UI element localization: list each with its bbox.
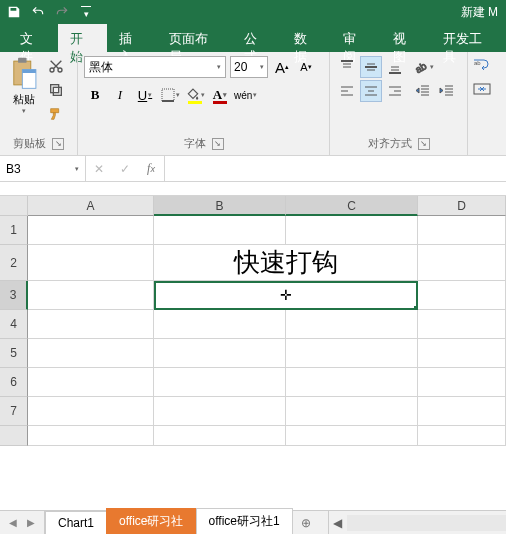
- align-top-button[interactable]: [336, 56, 358, 78]
- name-box[interactable]: B3 ▾: [0, 156, 86, 181]
- save-button[interactable]: [4, 2, 24, 22]
- cancel-edit-button[interactable]: ✕: [86, 156, 112, 181]
- cell-B7[interactable]: [154, 397, 286, 426]
- align-middle-button[interactable]: [360, 56, 382, 78]
- orientation-button[interactable]: ab▾: [412, 56, 434, 78]
- cell-A6[interactable]: [28, 368, 154, 397]
- cell-B1[interactable]: [154, 216, 286, 245]
- align-right-button[interactable]: [384, 80, 406, 102]
- cell-C5[interactable]: [286, 339, 418, 368]
- decrease-indent-button[interactable]: [412, 80, 434, 102]
- font-size-combo[interactable]: 20▾: [230, 56, 268, 78]
- row-header-7[interactable]: 7: [0, 397, 28, 426]
- underline-button[interactable]: U▾: [134, 84, 156, 106]
- row-header-3[interactable]: 3: [0, 281, 28, 310]
- cut-button[interactable]: [46, 56, 66, 76]
- cell-B3-merged[interactable]: ✛: [154, 281, 418, 310]
- row-header-6[interactable]: 6: [0, 368, 28, 397]
- italic-button[interactable]: I: [109, 84, 131, 106]
- tab-view[interactable]: 视图: [381, 24, 431, 52]
- cell-B6[interactable]: [154, 368, 286, 397]
- formula-input[interactable]: [165, 156, 506, 181]
- paste-button[interactable]: 粘贴 ▾: [6, 56, 42, 115]
- copy-button[interactable]: [46, 80, 66, 100]
- cell-C4[interactable]: [286, 310, 418, 339]
- increase-indent-button[interactable]: [436, 80, 458, 102]
- cell-D3[interactable]: [418, 281, 506, 310]
- col-header-A[interactable]: A: [28, 196, 154, 216]
- cell-A8[interactable]: [28, 426, 154, 446]
- insert-function-button[interactable]: fx: [138, 156, 164, 181]
- cell-D5[interactable]: [418, 339, 506, 368]
- new-sheet-button[interactable]: ⊕: [292, 511, 320, 534]
- worksheet-grid[interactable]: A B C D 1 2 快速打钩 3 ✛ 4: [0, 196, 506, 446]
- tab-home[interactable]: 开始: [58, 24, 108, 52]
- tab-insert[interactable]: 插入: [107, 24, 157, 52]
- align-left-button[interactable]: [336, 80, 358, 102]
- sheet-tab-chart1[interactable]: Chart1: [45, 511, 107, 534]
- cell-D4[interactable]: [418, 310, 506, 339]
- row-header-8-partial[interactable]: [0, 426, 28, 446]
- cell-C1[interactable]: [286, 216, 418, 245]
- font-color-button[interactable]: A▾: [209, 84, 231, 106]
- cell-D1[interactable]: [418, 216, 506, 245]
- font-name-combo[interactable]: 黑体▾: [84, 56, 226, 78]
- cell-C8[interactable]: [286, 426, 418, 446]
- phonetic-guide-button[interactable]: wén▾: [234, 84, 257, 106]
- format-painter-button[interactable]: [46, 104, 66, 124]
- wrap-text-button[interactable]: ab: [472, 56, 492, 74]
- font-dialog-launcher[interactable]: ↘: [212, 138, 224, 150]
- grow-font-button[interactable]: A▴: [272, 56, 292, 78]
- cell-A2[interactable]: [28, 245, 154, 281]
- cell-A3[interactable]: [28, 281, 154, 310]
- alignment-dialog-launcher[interactable]: ↘: [418, 138, 430, 150]
- cell-D8[interactable]: [418, 426, 506, 446]
- tab-file[interactable]: 文件: [8, 24, 58, 52]
- cell-D7[interactable]: [418, 397, 506, 426]
- col-header-D[interactable]: D: [418, 196, 506, 216]
- align-bottom-button[interactable]: [384, 56, 406, 78]
- row-header-2[interactable]: 2: [0, 245, 28, 281]
- horizontal-scrollbar[interactable]: ◀: [328, 511, 506, 534]
- tab-developer[interactable]: 开发工具: [431, 24, 506, 52]
- tab-review[interactable]: 审阅: [331, 24, 381, 52]
- cell-C6[interactable]: [286, 368, 418, 397]
- hscroll-left[interactable]: ◀: [329, 514, 347, 532]
- bold-button[interactable]: B: [84, 84, 106, 106]
- cell-C7[interactable]: [286, 397, 418, 426]
- undo-button[interactable]: [28, 2, 48, 22]
- cell-B2-merged[interactable]: 快速打钩: [154, 245, 418, 281]
- qat-customize-button[interactable]: ▾: [76, 2, 96, 22]
- cell-B8[interactable]: [154, 426, 286, 446]
- sheet-tab-office1[interactable]: office研习社1: [196, 508, 293, 534]
- tab-page-layout[interactable]: 页面布局: [157, 24, 232, 52]
- cell-A5[interactable]: [28, 339, 154, 368]
- cell-A7[interactable]: [28, 397, 154, 426]
- tab-formulas[interactable]: 公式: [232, 24, 282, 52]
- cell-D2[interactable]: [418, 245, 506, 281]
- select-all-corner[interactable]: [0, 196, 28, 216]
- row-header-5[interactable]: 5: [0, 339, 28, 368]
- sheet-nav-next[interactable]: ▶: [24, 516, 38, 530]
- merge-center-button[interactable]: [472, 80, 492, 98]
- tab-data[interactable]: 数据: [282, 24, 332, 52]
- cell-A1[interactable]: [28, 216, 154, 245]
- sheet-tab-active[interactable]: office研习社: [106, 508, 196, 534]
- sheet-nav-prev[interactable]: ◀: [6, 516, 20, 530]
- col-header-B[interactable]: B: [154, 196, 286, 216]
- row-header-4[interactable]: 4: [0, 310, 28, 339]
- confirm-edit-button[interactable]: ✓: [112, 156, 138, 181]
- hscroll-track[interactable]: [347, 515, 506, 531]
- border-button[interactable]: ▾: [159, 84, 181, 106]
- redo-button[interactable]: [52, 2, 72, 22]
- cell-D6[interactable]: [418, 368, 506, 397]
- align-center-button[interactable]: [360, 80, 382, 102]
- clipboard-dialog-launcher[interactable]: ↘: [52, 138, 64, 150]
- fill-color-button[interactable]: ▾: [184, 84, 206, 106]
- shrink-font-button[interactable]: A▾: [296, 56, 316, 78]
- cell-A4[interactable]: [28, 310, 154, 339]
- col-header-C[interactable]: C: [286, 196, 418, 216]
- row-header-1[interactable]: 1: [0, 216, 28, 245]
- cell-B5[interactable]: [154, 339, 286, 368]
- cell-B4[interactable]: [154, 310, 286, 339]
